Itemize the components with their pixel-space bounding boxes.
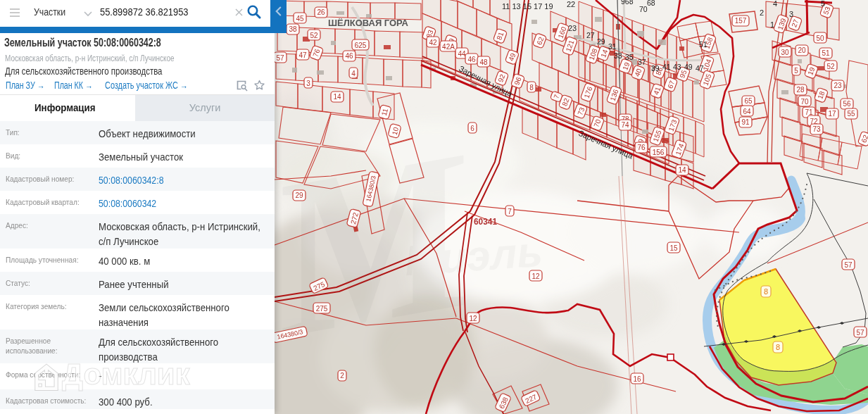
svg-text:43: 43 <box>673 63 681 71</box>
svg-text:7: 7 <box>508 208 512 215</box>
svg-text:ШЁЛКОВАЯ ГОРА: ШЁЛКОВАЯ ГОРА <box>328 18 408 28</box>
svg-text:91: 91 <box>741 118 750 126</box>
svg-text:41: 41 <box>662 63 671 71</box>
svg-text:47: 47 <box>298 51 307 59</box>
svg-text:52: 52 <box>310 32 318 39</box>
svg-text:52: 52 <box>826 63 835 70</box>
svg-text:57: 57 <box>856 329 864 337</box>
svg-text:3: 3 <box>306 80 310 87</box>
svg-text:65: 65 <box>744 97 753 105</box>
svg-text:56: 56 <box>843 100 851 108</box>
svg-text:17: 17 <box>828 110 836 118</box>
svg-text:30: 30 <box>781 49 789 56</box>
svg-text:29: 29 <box>295 192 303 199</box>
svg-text:50: 50 <box>816 34 824 42</box>
svg-text:156: 156 <box>653 149 665 156</box>
svg-text:8: 8 <box>529 84 534 92</box>
svg-text:70: 70 <box>800 98 809 106</box>
svg-text:27: 27 <box>586 31 595 39</box>
svg-text:73: 73 <box>812 125 821 133</box>
svg-text:2: 2 <box>340 372 344 380</box>
svg-text:49: 49 <box>684 63 693 71</box>
svg-text:23: 23 <box>568 24 577 32</box>
svg-text:5: 5 <box>794 67 798 75</box>
svg-text:5: 5 <box>821 0 825 8</box>
svg-text:26: 26 <box>317 8 325 16</box>
svg-text:37: 37 <box>638 58 646 66</box>
svg-text:70: 70 <box>639 5 648 13</box>
svg-text:46: 46 <box>345 52 353 60</box>
svg-text:12: 12 <box>532 272 540 280</box>
svg-text:15: 15 <box>669 244 678 252</box>
svg-text:33: 33 <box>614 51 622 60</box>
svg-text:38: 38 <box>289 25 297 33</box>
svg-text:71: 71 <box>805 108 813 116</box>
svg-text:76: 76 <box>637 144 646 151</box>
svg-text:275: 275 <box>316 305 328 313</box>
svg-text:44: 44 <box>458 50 466 58</box>
svg-text:8: 8 <box>776 343 780 351</box>
svg-text:31: 31 <box>608 42 617 51</box>
svg-text:57: 57 <box>276 54 284 62</box>
svg-text:4: 4 <box>773 0 777 8</box>
svg-text:47: 47 <box>696 64 704 73</box>
svg-text:64: 64 <box>743 108 751 115</box>
svg-text:157: 157 <box>735 17 747 25</box>
svg-text:23: 23 <box>834 82 842 89</box>
svg-text:35: 35 <box>625 53 634 61</box>
svg-text:968: 968 <box>621 0 634 6</box>
svg-text:39: 39 <box>651 64 660 73</box>
svg-text:14: 14 <box>678 166 686 174</box>
svg-text:16: 16 <box>633 375 641 383</box>
svg-text:12: 12 <box>469 315 477 322</box>
svg-text:625: 625 <box>355 42 367 49</box>
svg-text:42: 42 <box>429 39 437 46</box>
svg-text:8: 8 <box>764 287 768 296</box>
svg-text:45: 45 <box>296 15 304 23</box>
svg-text:3: 3 <box>789 10 793 18</box>
svg-text:22: 22 <box>567 0 575 8</box>
svg-text:55: 55 <box>847 110 855 118</box>
svg-text:1: 1 <box>770 20 774 29</box>
svg-text:74: 74 <box>621 121 629 129</box>
svg-text:46: 46 <box>467 56 476 63</box>
svg-text:14: 14 <box>333 93 341 101</box>
svg-text:29: 29 <box>597 37 605 46</box>
svg-text:2: 2 <box>760 8 764 17</box>
svg-text:60341: 60341 <box>474 216 497 227</box>
svg-text:11 13 15 17 19: 11 13 15 17 19 <box>502 2 553 11</box>
svg-text:Миэль: Миэль <box>403 228 544 285</box>
svg-text:4: 4 <box>351 70 356 77</box>
svg-text:48: 48 <box>479 58 488 66</box>
svg-text:51: 51 <box>822 49 830 57</box>
svg-text:57: 57 <box>844 261 853 269</box>
svg-text:20: 20 <box>798 46 806 54</box>
svg-text:28: 28 <box>796 86 805 94</box>
svg-text:51: 51 <box>699 40 707 49</box>
svg-text:68: 68 <box>647 0 655 7</box>
svg-text:6: 6 <box>470 125 474 132</box>
svg-text:42А: 42А <box>442 43 455 51</box>
